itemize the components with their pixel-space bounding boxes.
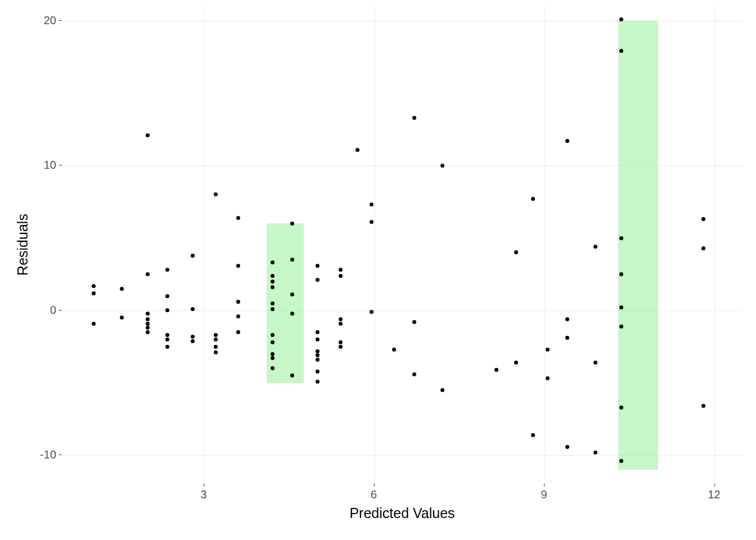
data-point xyxy=(593,245,597,249)
data-point xyxy=(514,361,518,364)
x-tick-label: 9 xyxy=(541,488,547,501)
data-point xyxy=(412,116,416,120)
data-point xyxy=(290,292,294,296)
data-point xyxy=(120,316,124,320)
data-point xyxy=(339,322,343,326)
plot-panel xyxy=(62,6,744,485)
data-point xyxy=(316,338,320,341)
data-point xyxy=(191,335,195,339)
data-point xyxy=(392,348,396,352)
data-point xyxy=(619,459,623,463)
data-point xyxy=(271,280,274,284)
x-tick-mark xyxy=(714,484,715,487)
data-point xyxy=(146,312,150,316)
data-point xyxy=(214,345,218,349)
x-tick-label: 3 xyxy=(201,488,207,501)
data-point xyxy=(316,353,320,357)
data-point xyxy=(271,352,274,356)
x-axis-title: Predicted Values xyxy=(349,505,454,521)
data-point xyxy=(619,305,623,309)
data-point xyxy=(619,17,623,21)
data-point xyxy=(316,330,320,334)
data-point xyxy=(271,260,274,264)
data-point xyxy=(565,139,569,143)
data-point xyxy=(619,325,623,328)
data-point xyxy=(271,356,274,360)
data-point xyxy=(316,349,320,353)
data-point xyxy=(271,333,274,337)
data-point xyxy=(701,404,705,408)
data-point xyxy=(236,264,240,268)
data-point xyxy=(370,220,374,224)
data-point xyxy=(440,164,444,168)
y-tick-label: 10 xyxy=(44,159,56,172)
data-point xyxy=(701,217,705,221)
data-point xyxy=(146,317,150,321)
data-point xyxy=(440,388,444,392)
highlight-rect xyxy=(618,21,658,470)
data-point xyxy=(92,322,96,326)
data-point xyxy=(165,345,169,349)
data-point xyxy=(290,222,294,226)
data-point xyxy=(593,361,597,364)
data-point xyxy=(165,338,169,341)
data-point xyxy=(165,308,169,312)
data-point xyxy=(339,340,343,344)
y-tick-mark xyxy=(59,454,62,455)
data-point xyxy=(271,340,274,344)
scatter-chart: Predicted Values Residuals 36912-1001020 xyxy=(0,0,756,540)
data-point xyxy=(546,348,550,352)
data-point xyxy=(370,310,374,314)
data-point xyxy=(339,274,343,278)
data-point xyxy=(565,317,569,321)
data-point xyxy=(316,278,320,282)
gridline-v xyxy=(375,6,375,484)
data-point xyxy=(316,358,320,362)
data-point xyxy=(619,406,623,410)
data-point xyxy=(191,254,195,258)
data-point xyxy=(236,300,240,304)
data-point xyxy=(593,451,597,454)
data-point xyxy=(531,197,535,201)
data-point xyxy=(339,317,343,321)
gridline-v xyxy=(715,6,716,484)
data-point xyxy=(565,445,569,449)
data-point xyxy=(191,339,195,343)
data-point xyxy=(165,333,169,337)
data-point xyxy=(356,148,359,152)
data-point xyxy=(531,433,535,437)
data-point xyxy=(271,302,274,305)
gridline-v xyxy=(204,6,205,484)
x-tick-mark xyxy=(204,484,204,487)
data-point xyxy=(271,307,274,311)
data-point xyxy=(214,333,218,337)
data-point xyxy=(412,320,416,324)
data-point xyxy=(619,272,623,276)
data-point xyxy=(214,192,218,196)
data-point xyxy=(494,368,498,372)
data-point xyxy=(339,268,343,272)
y-tick-label: -10 xyxy=(40,448,56,461)
data-point xyxy=(316,380,320,384)
data-point xyxy=(514,250,518,254)
data-point xyxy=(214,338,218,341)
data-point xyxy=(146,272,150,276)
data-point xyxy=(92,291,96,295)
data-point xyxy=(412,372,416,376)
data-point xyxy=(236,216,240,220)
data-point xyxy=(236,330,240,334)
data-point xyxy=(316,370,320,374)
data-point xyxy=(370,202,374,206)
y-axis-title: Residuals xyxy=(15,214,31,276)
y-tick-label: 0 xyxy=(50,303,56,316)
data-point xyxy=(271,285,274,289)
gridline-v xyxy=(544,6,545,484)
x-tick-label: 6 xyxy=(371,488,377,501)
x-tick-label: 12 xyxy=(708,488,720,501)
data-point xyxy=(271,274,274,278)
data-point xyxy=(316,264,320,268)
x-tick-mark xyxy=(374,484,375,487)
data-point xyxy=(236,314,240,318)
data-point xyxy=(619,236,623,240)
y-tick-mark xyxy=(59,165,62,165)
